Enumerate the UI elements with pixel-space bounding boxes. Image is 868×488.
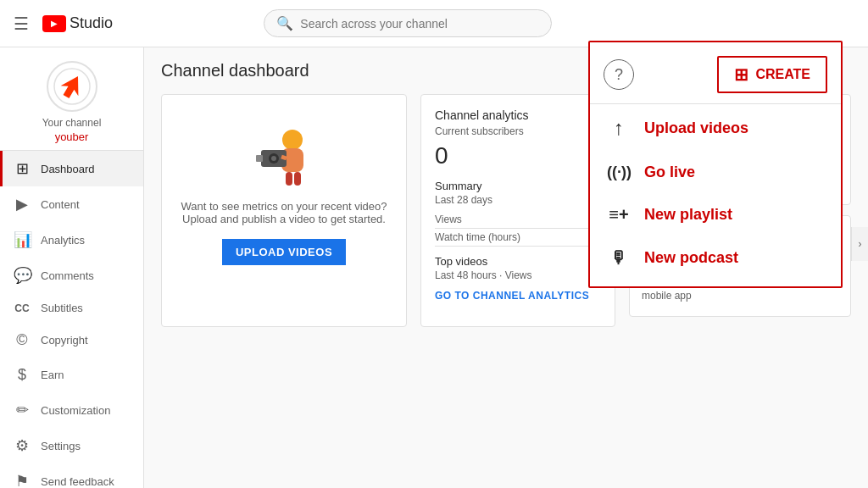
upload-icon: ↑: [607, 116, 631, 140]
copyright-icon: ©: [14, 331, 31, 349]
analytics-card-title: Channel analytics: [435, 108, 601, 122]
channel-name-label: Your channel: [42, 117, 102, 129]
analytics-card: Channel analytics Current subscribers 0 …: [420, 94, 615, 327]
svg-point-7: [271, 156, 276, 161]
sidebar-item-comments[interactable]: 💬 Comments: [0, 258, 143, 293]
sidebar-label-settings: Settings: [41, 440, 81, 452]
upload-illustration: [242, 122, 326, 190]
dropdown-new-playlist[interactable]: ≡+ New playlist: [590, 193, 841, 236]
svg-rect-10: [294, 172, 301, 186]
sidebar-item-analytics[interactable]: 📊 Analytics: [0, 222, 143, 258]
sidebar-label-earn: Earn: [41, 369, 64, 381]
svg-rect-9: [286, 172, 292, 186]
search-bar[interactable]: 🔍: [264, 9, 552, 37]
go-live-label: Go live: [644, 164, 695, 181]
sidebar-label-subtitles: Subtitles: [41, 302, 83, 314]
studio-label: Studio: [70, 14, 113, 32]
svg-line-8: [281, 157, 287, 158]
sidebar-item-content[interactable]: ▶ Content: [0, 186, 143, 222]
dropdown-go-live[interactable]: ((·)) Go live: [590, 152, 841, 193]
subtitles-icon: CC: [14, 302, 31, 314]
avatar: [47, 61, 97, 112]
youtube-icon: [42, 15, 66, 32]
customization-icon: ✏: [14, 401, 31, 419]
current-subscribers-label: Current subscribers: [435, 125, 601, 137]
dropdown-upload-videos[interactable]: ↑ Upload videos: [590, 104, 841, 152]
upload-card: Want to see metrics on your recent video…: [161, 94, 407, 327]
new-podcast-label: New podcast: [644, 249, 738, 267]
subscribers-count: 0: [435, 142, 601, 169]
header-left: ☰ Studio: [14, 14, 113, 34]
dropdown-header: ? ⊞ CREATE: [590, 49, 841, 104]
avatar-image: [51, 65, 93, 108]
summary-period: Last 28 days: [435, 194, 601, 206]
create-icon: ⊞: [734, 64, 748, 85]
svg-marker-1: [57, 71, 86, 102]
sidebar-label-analytics: Analytics: [41, 234, 85, 247]
sidebar-label-feedback: Send feedback: [41, 475, 114, 488]
sidebar: Your channel youber ⊞ Dashboard ▶ Conten…: [0, 47, 144, 488]
analytics-icon: 📊: [14, 230, 31, 249]
summary-title: Summary: [435, 180, 601, 192]
expand-panel-button[interactable]: ›: [851, 227, 868, 261]
youtube-studio-logo[interactable]: Studio: [42, 14, 113, 32]
upload-videos-button[interactable]: UPLOAD VIDEOS: [222, 239, 346, 265]
sidebar-item-earn[interactable]: $ Earn: [0, 358, 143, 392]
sidebar-label-dashboard: Dashboard: [41, 163, 95, 175]
search-input[interactable]: [300, 17, 537, 30]
feedback-icon: ⚑: [14, 472, 31, 488]
summary-item-views: Views: [435, 211, 601, 229]
go-to-analytics-button[interactable]: GO TO CHANNEL ANALYTICS: [435, 290, 589, 302]
dashboard-icon: ⊞: [14, 159, 31, 178]
channel-profile: Your channel youber: [0, 47, 143, 151]
svg-point-2: [282, 130, 303, 150]
comments-icon: 💬: [14, 266, 31, 285]
dropdown-new-podcast[interactable]: 🎙 New podcast: [590, 236, 841, 280]
sidebar-item-subtitles[interactable]: CC Subtitles: [0, 293, 143, 323]
search-icon: 🔍: [276, 15, 293, 31]
sidebar-label-copyright: Copyright: [41, 334, 88, 347]
upload-description: Want to see metrics on your recent video…: [179, 200, 389, 225]
content-icon: ▶: [14, 195, 31, 214]
create-label: CREATE: [755, 67, 810, 82]
settings-icon: ⚙: [14, 436, 31, 455]
sidebar-item-dashboard[interactable]: ⊞ Dashboard: [0, 151, 143, 186]
create-dropdown: ? ⊞ CREATE ↑ Upload videos ((·)) Go live…: [588, 41, 843, 288]
sidebar-label-comments: Comments: [41, 269, 94, 282]
summary-item-watch-time: Watch time (hours): [435, 229, 601, 247]
dropdown-create-button[interactable]: ⊞ CREATE: [717, 56, 827, 93]
podcast-icon: 🎙: [607, 248, 631, 268]
sidebar-label-customization: Customization: [41, 404, 110, 417]
hamburger-menu[interactable]: ☰: [14, 14, 29, 34]
sidebar-nav: ⊞ Dashboard ▶ Content 📊 Analytics 💬 Comm…: [0, 151, 143, 488]
sidebar-item-copyright[interactable]: © Copyright: [0, 323, 143, 358]
channel-handle-label: youber: [55, 130, 89, 143]
sidebar-item-customization[interactable]: ✏ Customization: [0, 392, 143, 428]
top-videos-sub: Last 48 hours · Views: [435, 269, 601, 281]
sidebar-label-content: Content: [41, 198, 80, 211]
top-videos-title: Top videos: [435, 255, 601, 268]
sidebar-item-feedback[interactable]: ⚑ Send feedback: [0, 463, 143, 488]
new-playlist-label: New playlist: [644, 206, 732, 224]
sidebar-item-settings[interactable]: ⚙ Settings: [0, 428, 143, 463]
upload-videos-label: Upload videos: [644, 119, 748, 137]
go-live-icon: ((·)): [607, 164, 631, 181]
svg-rect-5: [256, 155, 263, 162]
dropdown-help-button[interactable]: ?: [604, 59, 634, 90]
earn-icon: $: [14, 366, 31, 384]
playlist-icon: ≡+: [607, 205, 631, 225]
